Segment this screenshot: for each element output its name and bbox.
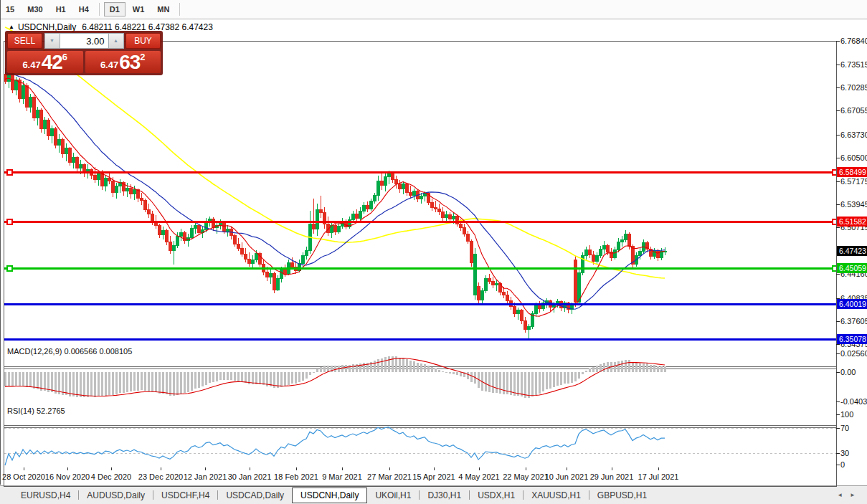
- line-drag-handle[interactable]: [7, 266, 12, 271]
- candle-body: [291, 262, 294, 267]
- tab-dj30[interactable]: DJ30,H1: [420, 488, 469, 503]
- macd-histogram-bar: [614, 362, 616, 372]
- macd-histogram-bar: [531, 372, 534, 396]
- macd-histogram-bar: [11, 372, 14, 386]
- tab-usdcnh[interactable]: USDCNH,Daily: [292, 488, 367, 503]
- macd-values: 0.006566 0.008105: [64, 347, 132, 356]
- buy-price-button[interactable]: 6.47 63 2: [85, 51, 161, 73]
- candle-body: [467, 234, 470, 241]
- macd-histogram-bar: [556, 372, 559, 386]
- candle-body: [338, 226, 341, 232]
- macd-histogram-bar: [305, 372, 308, 379]
- candle-body: [223, 222, 226, 231]
- date-axis-label: 9 Mar 2021: [322, 472, 362, 481]
- tab-usdx[interactable]: USDX,H1: [470, 488, 523, 503]
- volume-decrease-button[interactable]: ▼: [44, 33, 60, 49]
- macd-histogram-bar: [582, 372, 584, 374]
- sell-button[interactable]: SELL: [7, 33, 42, 49]
- macd-histogram-bar: [639, 363, 641, 372]
- macd-histogram-bar: [15, 372, 17, 386]
- macd-histogram-bar: [284, 372, 286, 386]
- macd-histogram-bar: [460, 372, 462, 376]
- candle-body: [596, 255, 599, 261]
- timeframe-button-h1[interactable]: H1: [50, 2, 72, 16]
- macd-histogram-bar: [345, 365, 347, 372]
- macd-histogram-bar: [399, 358, 401, 372]
- macd-histogram-bar: [151, 372, 153, 392]
- candle-body: [158, 225, 161, 234]
- macd-histogram-bar: [409, 361, 412, 372]
- tab-eurusd[interactable]: EURUSD,H4: [13, 488, 78, 503]
- candle-body: [58, 140, 61, 146]
- candle-body: [370, 201, 373, 209]
- candle-body: [266, 272, 269, 277]
- macd-histogram-bar: [187, 372, 189, 392]
- macd-histogram-bar: [173, 372, 175, 396]
- date-axis-label: 18 Feb 2021: [274, 472, 318, 481]
- candle-body: [37, 110, 39, 118]
- symbol-tab-bar: EURUSD,H4AUDUSD,DailyUSDCHF,H4USDCAD,Dai…: [0, 485, 867, 504]
- candle-body: [621, 239, 624, 242]
- candle-body: [413, 191, 416, 196]
- macd-histogram-bar: [456, 372, 458, 375]
- tab-usdchf[interactable]: USDCHF,H4: [153, 488, 217, 503]
- line-drag-handle[interactable]: [7, 170, 12, 175]
- price-tick-mark: [836, 321, 840, 322]
- volume-input[interactable]: [60, 33, 108, 49]
- macd-histogram-bar: [216, 372, 218, 381]
- macd-histogram-bar: [406, 359, 408, 372]
- tab-audusd[interactable]: AUDUSD,Daily: [79, 488, 153, 503]
- volume-increase-button[interactable]: ▲: [108, 33, 124, 49]
- timeframe-button-w1[interactable]: W1: [127, 2, 151, 16]
- tab-xauusd[interactable]: XAUUSD,H1: [523, 488, 589, 503]
- date-axis-label: 12 Jan 2021: [184, 472, 227, 481]
- candle-body: [585, 249, 588, 255]
- macd-histogram-bar: [517, 372, 519, 396]
- tab-ukoil[interactable]: UKOil,H1: [367, 488, 419, 503]
- timeframe-button-d1[interactable]: D1: [104, 2, 125, 16]
- candle-body: [320, 209, 323, 212]
- macd-histogram-bar: [388, 356, 390, 372]
- candle-body: [69, 148, 72, 163]
- macd-histogram-bar: [567, 372, 569, 384]
- candle-body: [169, 242, 172, 250]
- candle-body: [212, 219, 215, 227]
- line-drag-handle[interactable]: [833, 219, 836, 224]
- rsi-value: 52.2765: [37, 406, 65, 415]
- macd-histogram-bar: [539, 372, 541, 394]
- line-drag-handle[interactable]: [7, 219, 12, 224]
- candle-body: [406, 184, 409, 193]
- timeframe-button-15[interactable]: 15: [0, 2, 20, 16]
- macd-histogram-bar: [51, 372, 53, 392]
- candle-body: [628, 234, 631, 246]
- macd-histogram-bar: [496, 372, 498, 393]
- timeframe-button-m30[interactable]: M30: [22, 2, 48, 16]
- candle-body: [277, 278, 280, 290]
- line-drag-handle[interactable]: [833, 266, 836, 271]
- sell-price-button[interactable]: 6.47 42 6: [7, 51, 83, 73]
- tab-usdcad[interactable]: USDCAD,Daily: [218, 488, 292, 503]
- candle-body: [273, 273, 276, 290]
- timeframe-button-h4[interactable]: H4: [73, 2, 95, 16]
- candle-body: [334, 225, 337, 232]
- candle-body: [592, 255, 595, 261]
- collapse-triangle-icon: ▲: [9, 24, 14, 30]
- line-drag-handle[interactable]: [833, 170, 836, 175]
- macd-histogram-bar: [22, 372, 24, 386]
- candle-body: [435, 207, 437, 209]
- tab-scroll-arrows[interactable]: ◄►: [837, 492, 863, 498]
- macd-histogram-bar: [592, 367, 594, 372]
- macd-histogram-bar: [603, 363, 605, 372]
- candle-body: [460, 224, 463, 227]
- macd-histogram-bar: [431, 367, 433, 372]
- tab-gbpusd[interactable]: GBPUSD,H1: [589, 488, 655, 503]
- date-axis-label: 15 Apr 2021: [412, 472, 455, 481]
- macd-histogram-bar: [384, 357, 387, 372]
- timeframe-button-mn[interactable]: MN: [151, 2, 175, 16]
- macd-histogram-bar: [115, 372, 118, 394]
- candle-body: [496, 283, 498, 285]
- buy-button[interactable]: BUY: [125, 33, 161, 49]
- date-tick-mark: [24, 467, 24, 470]
- macd-histogram-bar: [589, 369, 591, 372]
- macd-histogram-bar: [313, 372, 315, 373]
